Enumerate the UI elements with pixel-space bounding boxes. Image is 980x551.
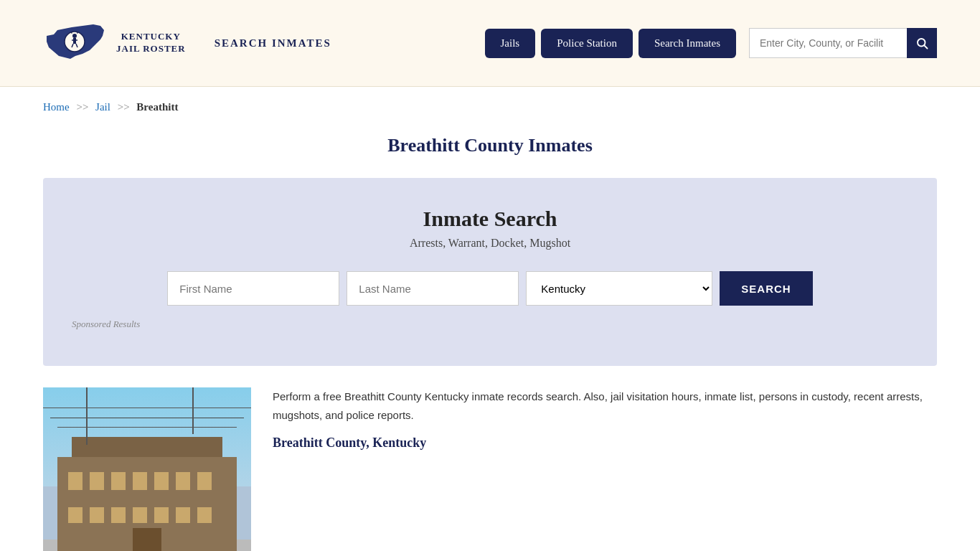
page-title: Breathitt County Inmates <box>0 135 980 156</box>
inmate-search-box: Inmate Search Arrests, Warrant, Docket, … <box>43 178 937 366</box>
content-area: Perform a free Breathitt County Kentucky… <box>43 387 937 551</box>
police-station-button[interactable]: Police Station <box>541 29 633 58</box>
site-title: SEARCH INMATES <box>215 37 331 50</box>
svg-rect-2 <box>73 38 76 44</box>
main-nav: Jails Police Station Search Inmates <box>485 28 937 58</box>
content-subheading: Breathitt County, Kentucky <box>273 435 937 451</box>
building-image <box>43 387 251 551</box>
content-text: Perform a free Breathitt County Kentucky… <box>273 387 937 456</box>
breadcrumb-current: Breathitt <box>136 101 178 113</box>
svg-line-9 <box>924 45 927 48</box>
last-name-input[interactable] <box>347 271 519 306</box>
search-fields: AlabamaAlaskaArizonaArkansasCaliforniaCo… <box>72 271 908 306</box>
breadcrumb: Home >> Jail >> Breathitt <box>0 87 980 121</box>
header-search-input[interactable] <box>749 28 907 58</box>
logo-text: KENTUCKY JAIL ROSTER <box>116 31 186 55</box>
first-name-input[interactable] <box>167 271 339 306</box>
sponsored-results-label: Sponsored Results <box>72 319 908 330</box>
inmate-search-title: Inmate Search <box>72 207 908 231</box>
header-search-button[interactable] <box>907 28 937 58</box>
breadcrumb-sep2: >> <box>118 101 130 113</box>
breadcrumb-sep1: >> <box>76 101 88 113</box>
content-paragraph: Perform a free Breathitt County Kentucky… <box>273 387 937 424</box>
search-inmates-button[interactable]: Search Inmates <box>639 29 736 58</box>
jails-button[interactable]: Jails <box>485 29 536 58</box>
header-search-bar <box>749 28 937 58</box>
logo-link[interactable]: ★ ★ KENTUCKY JAIL ROSTER <box>43 14 186 72</box>
state-select[interactable]: AlabamaAlaskaArizonaArkansasCaliforniaCo… <box>526 271 712 306</box>
site-header: ★ ★ KENTUCKY JAIL ROSTER SEARCH INMATES … <box>0 0 980 87</box>
svg-text:★: ★ <box>76 31 79 34</box>
breadcrumb-home[interactable]: Home <box>43 101 70 113</box>
breadcrumb-jail[interactable]: Jail <box>95 101 110 113</box>
svg-text:★: ★ <box>70 31 73 34</box>
logo-image: ★ ★ <box>43 14 108 72</box>
search-icon <box>915 37 928 50</box>
inmate-search-subtitle: Arrests, Warrant, Docket, Mugshot <box>72 237 908 250</box>
search-button[interactable]: SEARCH <box>720 271 812 306</box>
